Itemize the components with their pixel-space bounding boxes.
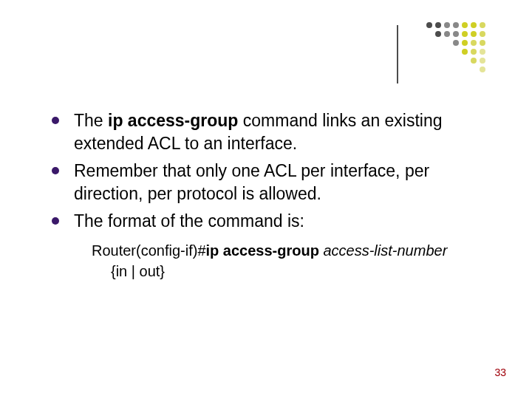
dot: [435, 31, 441, 37]
dot: [471, 58, 477, 64]
dot: [462, 31, 468, 37]
dot: [471, 40, 477, 46]
dot: [480, 22, 485, 28]
content-area: The ip access-group command links an exi…: [52, 109, 488, 282]
bullet-icon: [52, 117, 59, 124]
dot: [444, 31, 450, 37]
dot: [462, 49, 468, 55]
dot: [471, 31, 477, 37]
bullet-item: The format of the command is:: [52, 210, 488, 233]
bullet-item: The ip access-group command links an exi…: [52, 109, 488, 155]
corner-lines: [397, 25, 398, 83]
dot: [462, 22, 468, 28]
bullet-text: The format of the command is:: [74, 210, 304, 233]
code-prefix: Router(config-if)#: [92, 242, 206, 259]
dot: [462, 40, 468, 46]
text-segment: The format of the command is:: [74, 211, 304, 231]
text-segment: Remember that only one ACL per interface…: [74, 161, 429, 203]
bullet-text: The ip access-group command links an exi…: [74, 109, 488, 155]
dot: [480, 49, 485, 55]
corner-line: [397, 25, 398, 83]
code-line2: {in | out}: [111, 261, 488, 282]
text-segment: The: [74, 111, 108, 130]
dot: [480, 66, 485, 72]
code-italic: access-list-number: [319, 242, 447, 259]
dot: [444, 22, 450, 28]
corner-dots: [409, 22, 488, 75]
dot: [480, 31, 485, 37]
dot: [453, 22, 459, 28]
dot: [426, 22, 432, 28]
dot: [453, 40, 459, 46]
bullet-icon: [52, 217, 59, 225]
dot: [453, 31, 459, 37]
dot: [480, 40, 485, 46]
code-example: Router(config-if)#ip access-group access…: [92, 240, 488, 282]
bullet-icon: [52, 167, 59, 174]
dot: [480, 58, 485, 64]
bullet-text: Remember that only one ACL per interface…: [74, 160, 488, 205]
dot: [435, 22, 441, 28]
dot: [471, 49, 477, 55]
dot: [471, 22, 477, 28]
text-bold-segment: ip access-group: [108, 111, 238, 130]
bullet-item: Remember that only one ACL per interface…: [52, 160, 488, 205]
page-number: 33: [494, 366, 506, 378]
code-bold: ip access-group: [206, 242, 319, 259]
